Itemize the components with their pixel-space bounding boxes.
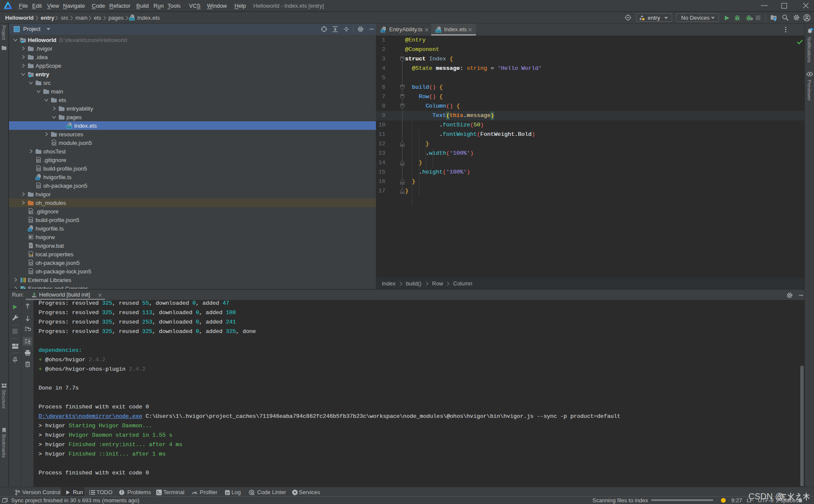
svg-text:TS: TS [28,229,32,231]
svg-text:ETS: ETS [129,18,134,21]
svg-text:TS: TS [36,177,39,180]
svg-text:TS: TS [381,30,384,33]
svg-text:ETS: ETS [67,126,72,129]
svg-text:ETS: ETS [436,30,441,33]
